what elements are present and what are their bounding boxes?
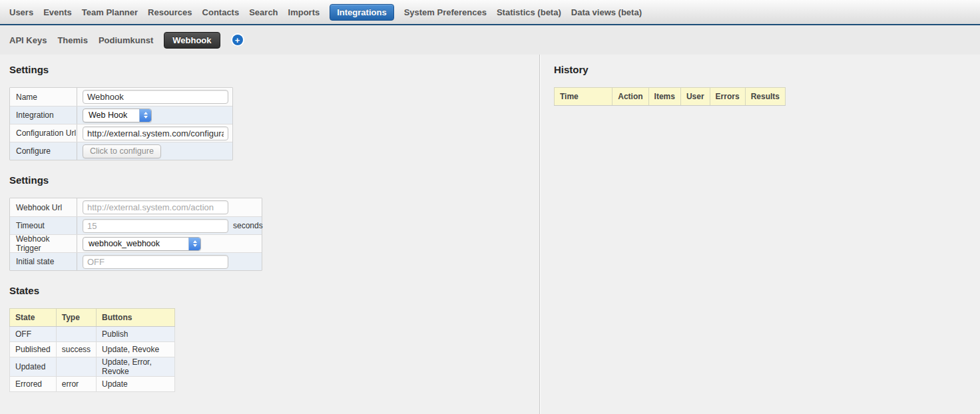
nav-item-resources[interactable]: Resources bbox=[148, 7, 192, 17]
nav-item-team-planner[interactable]: Team Planner bbox=[82, 7, 138, 17]
history-col-user: User bbox=[680, 88, 710, 106]
states-col-type: Type bbox=[56, 309, 96, 327]
form-row-initial-state: Initial state bbox=[10, 252, 262, 270]
states-row-updated: Updated Update, Error, Revoke bbox=[10, 357, 175, 377]
timeout-label: Timeout bbox=[10, 217, 77, 234]
webhook-url-label: Webhook Url bbox=[10, 198, 77, 216]
configuration-url-label: Configuration Url bbox=[10, 124, 77, 142]
main-content: Settings Name Integration Web Hook Confi… bbox=[0, 55, 980, 414]
state-cell: Errored bbox=[10, 377, 57, 392]
nav-item-contacts[interactable]: Contacts bbox=[202, 7, 240, 17]
form-row-integration: Integration Web Hook bbox=[10, 106, 232, 124]
state-cell: Published bbox=[10, 342, 57, 357]
integration-select[interactable]: Web Hook bbox=[83, 108, 152, 122]
nav-item-statistics-beta[interactable]: Statistics (beta) bbox=[497, 7, 561, 17]
add-integration-icon[interactable]: + bbox=[232, 35, 243, 45]
select-stepper-icon bbox=[139, 109, 151, 122]
integrations-tab-bar: API Keys Themis Podiumkunst Webhook + bbox=[0, 25, 980, 55]
history-heading: History bbox=[554, 64, 980, 75]
nav-item-users[interactable]: Users bbox=[9, 7, 33, 17]
buttons-cell: Update bbox=[97, 377, 175, 392]
states-heading: States bbox=[9, 285, 539, 296]
type-cell bbox=[56, 327, 96, 342]
timeout-unit-label: seconds bbox=[233, 221, 263, 230]
history-table: Time Action Items User Errors Results bbox=[554, 87, 786, 106]
states-row-off: OFF Publish bbox=[10, 327, 175, 342]
nav-item-imports[interactable]: Imports bbox=[288, 7, 320, 17]
type-cell: error bbox=[56, 377, 96, 392]
tab-api-keys[interactable]: API Keys bbox=[9, 35, 47, 45]
form-row-configuration-url: Configuration Url bbox=[10, 124, 232, 142]
states-row-errored: Errored error Update bbox=[10, 377, 175, 392]
tab-themis[interactable]: Themis bbox=[57, 35, 88, 45]
tab-podiumkunst[interactable]: Podiumkunst bbox=[99, 35, 153, 45]
configuration-url-input[interactable] bbox=[83, 126, 228, 140]
form-row-name: Name bbox=[10, 88, 232, 106]
form-row-configure: Configure Click to configure bbox=[10, 142, 232, 160]
integration-select-value: Web Hook bbox=[83, 109, 139, 122]
settings1-heading: Settings bbox=[9, 64, 539, 75]
integration-label: Integration bbox=[10, 106, 77, 124]
webhook-url-input[interactable] bbox=[83, 200, 228, 214]
states-col-state: State bbox=[10, 309, 57, 327]
initial-state-label: Initial state bbox=[10, 253, 77, 270]
buttons-cell: Update, Revoke bbox=[97, 342, 175, 357]
type-cell bbox=[56, 357, 96, 377]
history-col-results: Results bbox=[745, 88, 785, 106]
states-col-buttons: Buttons bbox=[97, 309, 175, 327]
history-col-items: Items bbox=[648, 88, 680, 106]
click-to-configure-button[interactable]: Click to configure bbox=[83, 144, 161, 158]
states-row-published: Published success Update, Revoke bbox=[10, 342, 175, 357]
type-cell: success bbox=[56, 342, 96, 357]
state-cell: OFF bbox=[10, 327, 57, 342]
form-row-timeout: Timeout seconds bbox=[10, 216, 262, 234]
webhook-trigger-label: Webhook Trigger bbox=[10, 235, 77, 252]
history-col-time: Time bbox=[555, 88, 612, 106]
settings-panel: Settings Name Integration Web Hook Confi… bbox=[0, 55, 540, 414]
history-header-row: Time Action Items User Errors Results bbox=[555, 88, 786, 106]
top-navigation: Users Events Team Planner Resources Cont… bbox=[0, 0, 980, 25]
nav-item-data-views-beta[interactable]: Data views (beta) bbox=[571, 7, 642, 17]
form-row-webhook-trigger: Webhook Trigger webhook_webhook bbox=[10, 234, 262, 252]
tab-webhook-active[interactable]: Webhook bbox=[164, 32, 220, 49]
state-cell: Updated bbox=[10, 357, 57, 377]
history-col-action: Action bbox=[612, 88, 648, 106]
name-input[interactable] bbox=[83, 90, 228, 104]
configure-label: Configure bbox=[10, 142, 77, 160]
webhook-trigger-select-value: webhook_webhook bbox=[83, 238, 188, 250]
settings2-heading: Settings bbox=[9, 174, 539, 186]
history-panel: History Time Action Items User Errors Re… bbox=[540, 55, 980, 414]
nav-item-system-preferences[interactable]: System Preferences bbox=[404, 7, 487, 17]
nav-item-events[interactable]: Events bbox=[43, 7, 72, 17]
nav-item-search[interactable]: Search bbox=[249, 7, 278, 17]
states-header-row: State Type Buttons bbox=[10, 309, 175, 327]
form-row-webhook-url: Webhook Url bbox=[10, 198, 262, 216]
settings1-form: Name Integration Web Hook Configuration … bbox=[9, 87, 233, 160]
buttons-cell: Update, Error, Revoke bbox=[97, 357, 175, 377]
buttons-cell: Publish bbox=[97, 327, 175, 342]
states-table: State Type Buttons OFF Publish Published… bbox=[9, 308, 175, 392]
timeout-input[interactable] bbox=[83, 219, 228, 233]
webhook-trigger-select[interactable]: webhook_webhook bbox=[83, 237, 201, 251]
history-col-errors: Errors bbox=[710, 88, 745, 106]
settings2-form: Webhook Url Timeout seconds Webhook Trig… bbox=[9, 198, 262, 271]
nav-item-integrations-active[interactable]: Integrations bbox=[330, 4, 393, 21]
select-stepper-icon bbox=[188, 238, 200, 250]
name-label: Name bbox=[10, 88, 77, 106]
initial-state-input[interactable] bbox=[83, 255, 228, 269]
